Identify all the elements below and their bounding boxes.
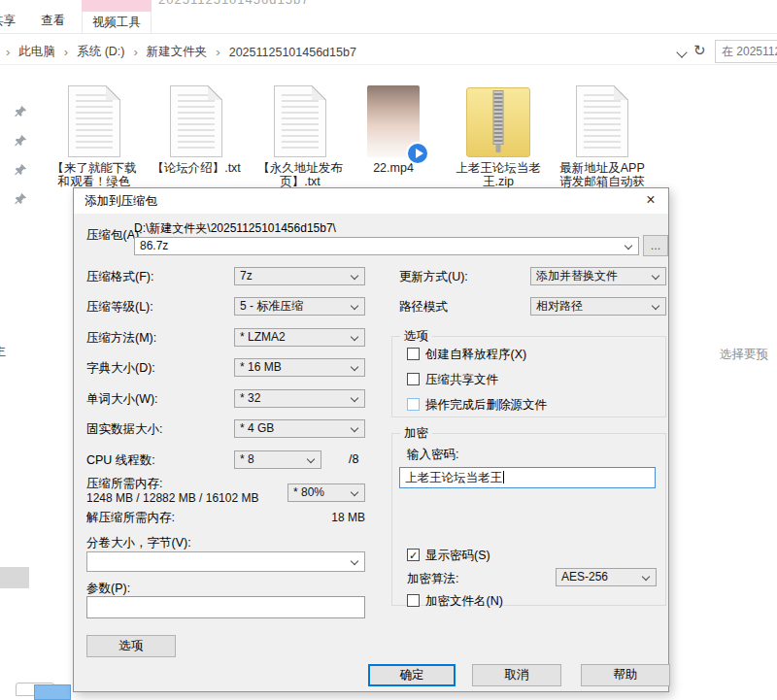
close-icon[interactable]: × — [633, 188, 668, 214]
algorithm-label: 加密算法: — [407, 571, 458, 587]
chevron-right-icon: › — [134, 45, 138, 59]
breadcrumb-drive-d[interactable]: 系统 (D:) — [77, 44, 124, 60]
ribbon-divider — [0, 33, 777, 34]
sidebar-item-clipped: 主 — [0, 343, 6, 360]
file-item[interactable]: 【论坛介绍】.txt — [146, 78, 247, 175]
chevron-down-icon — [351, 272, 358, 280]
file-name: 请发邮箱自动获 — [552, 175, 653, 188]
chevron-right-icon: › — [64, 45, 68, 59]
play-icon — [406, 142, 429, 165]
memory-percent-combobox[interactable]: * 80% — [287, 483, 365, 502]
help-button[interactable]: 帮助 — [581, 664, 670, 686]
sfx-checkbox[interactable] — [407, 348, 420, 360]
browse-button[interactable]: ... — [643, 235, 668, 256]
pin-icon[interactable] — [14, 105, 27, 118]
cpu-threads-combobox[interactable]: * 8 — [234, 450, 321, 469]
dialog-title: 添加到压缩包 — [84, 188, 157, 214]
chevron-down-icon — [652, 302, 659, 310]
options-group-title: 选项 — [400, 328, 432, 345]
path-mode-combobox[interactable]: 相对路径 — [530, 297, 666, 316]
file-item[interactable]: 最新地址及APP请发邮箱自动获 — [552, 78, 653, 188]
encrypt-names-checkbox[interactable] — [407, 594, 420, 607]
shared-files-checkbox[interactable] — [407, 373, 420, 385]
chevron-right-icon: › — [6, 45, 10, 59]
decompress-memory-label: 解压缩所需内存: — [86, 510, 175, 526]
archive-path: D:\新建文件夹\20251125101456d15b7\ — [134, 220, 336, 237]
algorithm-combobox[interactable]: AES-256 — [556, 568, 657, 586]
method-label: 压缩方法(M): — [86, 330, 156, 347]
split-volume-label: 分卷大小，字节(V): — [86, 535, 191, 551]
delete-after-checkbox[interactable] — [407, 398, 420, 411]
compress-memory-values: 1248 MB / 12882 MB / 16102 MB — [86, 491, 258, 505]
search-input[interactable]: 在 2025112 — [715, 40, 777, 63]
update-mode-combobox[interactable]: 添加并替换文件 — [530, 267, 666, 285]
chevron-down-icon — [351, 363, 358, 371]
dialog-titlebar[interactable]: 添加到压缩包 × — [74, 188, 668, 214]
dictionary-combobox[interactable]: * 16 MB — [234, 358, 365, 377]
format-combobox[interactable]: 7z — [234, 267, 365, 285]
delete-after-checkbox-label[interactable]: 操作完成后删除源文件 — [425, 397, 547, 414]
breadcrumb[interactable]: › 此电脑 › 系统 (D:) › 新建文件夹 › 20251125101456… — [6, 44, 356, 60]
file-name: 王.zip — [448, 175, 549, 188]
text-file-icon — [576, 85, 628, 157]
parameters-input[interactable] — [86, 596, 365, 618]
encrypt-names-checkbox-label[interactable]: 加密文件名(N) — [425, 593, 503, 610]
cpu-threads-label: CPU 线程数: — [86, 452, 155, 469]
breadcrumb-new-folder[interactable]: 新建文件夹 — [147, 44, 208, 60]
address-dropdown-icon[interactable] — [676, 47, 687, 57]
contextual-tab-group: 播放 — [82, 0, 152, 12]
breadcrumb-this-pc[interactable]: 此电脑 — [18, 44, 55, 60]
add-to-archive-dialog: 添加到压缩包 × 压缩包(A): D:\新建文件夹\20251125101456… — [73, 187, 669, 692]
update-mode-label: 更新方式(U): — [399, 269, 468, 285]
preview-pane-hint: 选择要预 — [720, 347, 777, 363]
breadcrumb-current-folder[interactable]: 20251125101456d15b7 — [229, 46, 356, 59]
chevron-down-icon — [307, 455, 315, 463]
file-item[interactable]: 【来了就能下载和观看！绿色 — [44, 78, 145, 188]
show-password-checkbox[interactable]: ✓ — [407, 549, 420, 561]
chevron-down-icon — [351, 394, 358, 402]
file-item[interactable]: 上老王论坛当老王.zip — [448, 78, 549, 188]
chevron-down-icon — [351, 302, 358, 310]
compress-memory-label: 压缩所需内存: — [86, 476, 162, 492]
shared-files-checkbox-label[interactable]: 压缩共享文件 — [425, 372, 498, 388]
sfx-checkbox-label[interactable]: 创建自释放程序(X) — [425, 347, 526, 363]
options-button[interactable]: 选项 — [86, 635, 176, 657]
show-password-checkbox-label[interactable]: 显示密码(S) — [425, 548, 490, 564]
tab-share[interactable]: 共享 — [0, 13, 16, 29]
pin-icon[interactable] — [14, 134, 27, 148]
file-name: 和观看！绿色 — [44, 175, 145, 188]
decompress-memory-value: 18 MB — [297, 511, 365, 524]
cancel-button[interactable]: 取消 — [472, 664, 561, 686]
tab-video-tools[interactable]: 视频工具 — [82, 12, 152, 33]
text-file-icon — [274, 85, 326, 157]
method-combobox[interactable]: * LZMA2 — [234, 328, 365, 347]
password-input[interactable]: 上老王论坛当老王 — [399, 467, 656, 488]
sidebar-selection-fragment — [0, 567, 29, 588]
file-item[interactable]: 22.mp4 — [343, 78, 444, 175]
zip-folder-icon — [466, 87, 530, 157]
tab-view[interactable]: 查看 — [41, 13, 65, 29]
word-size-label: 单词大小(W): — [86, 391, 158, 408]
pin-icon[interactable] — [14, 192, 27, 206]
encryption-group-title: 加密 — [400, 425, 432, 442]
file-item[interactable]: 【永久地址发布页】.txt — [250, 78, 351, 188]
format-label: 压缩格式(F): — [86, 269, 153, 285]
password-label: 输入密码: — [407, 447, 458, 463]
split-volume-combobox[interactable] — [86, 551, 365, 572]
word-size-combobox[interactable]: * 32 — [234, 389, 365, 408]
solid-block-combobox[interactable]: * 4 GB — [234, 419, 365, 438]
file-name: 【来了就能下载 — [44, 161, 145, 175]
chevron-down-icon — [351, 557, 358, 565]
ok-button[interactable]: 确定 — [368, 664, 456, 686]
solid-block-label: 固实数据大小: — [86, 421, 162, 438]
level-combobox[interactable]: 5 - 标准压缩 — [234, 297, 365, 316]
archive-name-combobox[interactable]: 86.7z — [134, 237, 639, 255]
dictionary-label: 字典大小(D): — [86, 360, 155, 377]
video-thumbnail — [367, 85, 420, 157]
file-name: 【永久地址发布 — [250, 161, 351, 175]
file-name: 【论坛介绍】.txt — [146, 161, 247, 175]
chevron-down-icon — [642, 573, 650, 581]
text-file-icon — [68, 85, 120, 157]
refresh-icon[interactable]: ↻ — [693, 42, 706, 59]
pin-icon[interactable] — [14, 163, 27, 177]
